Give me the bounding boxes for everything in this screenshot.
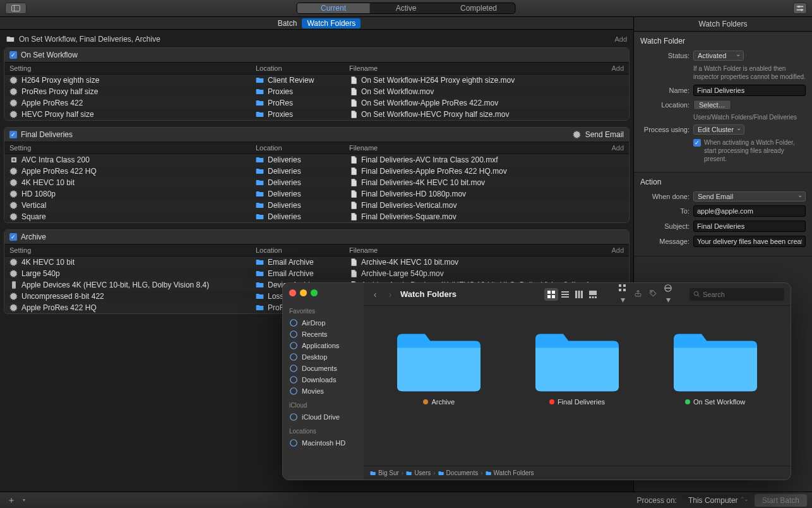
add-menu-chevron-icon[interactable]: ▾	[23, 497, 25, 503]
when-done-select[interactable]: Send Email	[693, 191, 806, 202]
folder-icon	[6, 35, 15, 44]
sidebar-item-macintosh-hd[interactable]: Macintosh HD	[287, 437, 360, 449]
name-field[interactable]	[693, 85, 806, 96]
group-enable-checkbox[interactable]	[9, 131, 17, 138]
status-label: Status:	[640, 52, 690, 59]
forward-button[interactable]: ›	[385, 289, 395, 299]
sidebar-item-airdrop[interactable]: AirDrop	[287, 317, 360, 329]
seg-completed[interactable]: Completed	[443, 3, 515, 13]
gallery-view-button[interactable]	[586, 288, 600, 301]
svg-rect-31	[619, 289, 621, 291]
setting-name: Large 540p	[21, 269, 60, 278]
group-enable-checkbox[interactable]	[9, 233, 17, 241]
path-segment[interactable]: Big Sur	[370, 469, 399, 476]
table-row[interactable]: 4K HEVC 10 bit Email Archive Archive-4K …	[4, 257, 629, 268]
path-segment[interactable]: Users	[406, 469, 431, 476]
breadcrumb-add-button[interactable]: Add	[614, 35, 627, 43]
table-row[interactable]: Apple ProRes 422 HQ Deliveries Final Del…	[4, 166, 629, 177]
finder-search[interactable]: Search	[690, 288, 784, 301]
folder-item[interactable]: Final Deliveries	[520, 324, 634, 406]
message-field[interactable]	[693, 236, 806, 247]
setting-name: Apple ProRes 422	[21, 99, 83, 107]
close-window-button[interactable]	[289, 289, 296, 296]
folder-icon	[406, 470, 412, 476]
finder-window[interactable]: Favorites AirDropRecentsApplicationsDesk…	[282, 282, 791, 480]
table-row[interactable]: AVC Intra Class 200 Deliveries Final Del…	[4, 154, 629, 166]
group-header[interactable]: Final Deliveries Send Email	[4, 128, 629, 142]
table-row[interactable]: ProRes Proxy half size Proxies On Set Wo…	[4, 86, 629, 97]
location-label: Location:	[640, 101, 690, 109]
process-on-select[interactable]: This Computer	[682, 495, 749, 506]
sidebar-item-applications[interactable]: Applications	[287, 340, 360, 351]
file-icon	[349, 269, 358, 278]
table-row[interactable]: 4K HEVC 10 bit Deliveries Final Deliveri…	[4, 177, 629, 188]
svg-rect-25	[589, 291, 597, 295]
view-mode-segmented[interactable]	[544, 288, 600, 301]
sidebar-item-documents[interactable]: Documents	[287, 363, 360, 374]
seg-current[interactable]: Current	[297, 3, 370, 13]
location-name: Client Review	[268, 76, 314, 85]
message-label: Message:	[640, 238, 690, 245]
add-row-button[interactable]: Add	[611, 246, 624, 254]
group-by-button[interactable]: ▾	[618, 284, 628, 305]
seg-active[interactable]: Active	[370, 3, 443, 13]
group-header[interactable]: Archive	[4, 230, 629, 245]
back-button[interactable]: ‹	[370, 289, 380, 299]
finder-body[interactable]: Archive Final Deliveries On Set Workflow	[364, 306, 791, 466]
minimize-window-button[interactable]	[300, 289, 307, 296]
table-row[interactable]: H264 Proxy eighth size Client Review On …	[4, 75, 629, 86]
sidebar-item-movies[interactable]: Movies	[287, 385, 360, 397]
icon-view-button[interactable]	[544, 288, 558, 301]
action-menu-button[interactable]: ▾	[663, 284, 673, 305]
sidebar-item-recents[interactable]: Recents	[287, 329, 360, 340]
inspector-toggle-button[interactable]	[793, 3, 807, 14]
finder-path-bar[interactable]: Big Sur› Users› Documents› Watch Folders	[364, 466, 791, 480]
list-view-button[interactable]	[558, 288, 572, 301]
setting-name: HD 1080p	[21, 190, 56, 198]
gear-icon[interactable]	[573, 130, 582, 139]
group-enable-checkbox[interactable]	[9, 51, 17, 59]
sidebar-item-desktop[interactable]: Desktop	[287, 351, 360, 363]
view-segmented-control[interactable]: Current Active Completed	[297, 3, 516, 14]
start-batch-button[interactable]: Start Batch	[755, 494, 807, 507]
sidebar-toggle-button[interactable]	[5, 3, 27, 14]
sidebar-item-downloads[interactable]: Downloads	[287, 374, 360, 385]
col-filename-header: FilenameAdd	[349, 64, 624, 72]
tags-button[interactable]	[648, 289, 658, 299]
table-row[interactable]: Large 540p Email Archive Archive-Large 5…	[4, 268, 629, 279]
status-select[interactable]: Activated	[693, 51, 744, 61]
share-button[interactable]	[633, 289, 643, 299]
file-icon	[349, 99, 358, 107]
table-row[interactable]: HEVC Proxy half size Proxies On Set Work…	[4, 109, 629, 120]
table-row[interactable]: Square Deliveries Final Deliveries-Squar…	[4, 211, 629, 222]
search-placeholder: Search	[703, 291, 725, 298]
location-select-button[interactable]: Select…	[693, 100, 731, 110]
process-using-select[interactable]: Edit Cluster	[693, 124, 744, 135]
file-icon	[349, 155, 358, 164]
folder-item[interactable]: On Set Workflow	[659, 324, 772, 406]
sidebar-item-icloud-drive[interactable]: iCloud Drive	[287, 411, 360, 423]
group-header[interactable]: On Set Workflow	[4, 48, 629, 63]
svg-point-34	[650, 291, 652, 292]
tab-watch-folders[interactable]: Watch Folders	[302, 18, 361, 28]
to-field[interactable]	[693, 205, 806, 217]
svg-point-4	[798, 6, 801, 8]
table-row[interactable]: Apple ProRes 422 ProRes On Set Workflow-…	[4, 97, 629, 109]
add-button[interactable]: ＋	[5, 495, 18, 505]
svg-rect-32	[623, 289, 626, 291]
setting-name: 4K HEVC 10 bit	[21, 178, 75, 187]
table-row[interactable]: Vertical Deliveries Final Deliveries-Ver…	[4, 200, 629, 211]
column-view-button[interactable]	[572, 288, 586, 301]
folder-item[interactable]: Archive	[382, 324, 496, 406]
table-row[interactable]: HD 1080p Deliveries Final Deliveries-HD …	[4, 188, 629, 200]
add-row-button[interactable]: Add	[611, 64, 624, 72]
zoom-window-button[interactable]	[311, 289, 318, 296]
svg-rect-30	[623, 284, 626, 287]
process-existing-checkbox[interactable]	[693, 139, 701, 147]
path-segment[interactable]: Documents	[438, 469, 479, 476]
tab-batch[interactable]: Batch	[273, 18, 302, 28]
subject-field[interactable]	[693, 221, 806, 232]
add-row-button[interactable]: Add	[611, 144, 624, 152]
location-name: Deliveries	[268, 155, 301, 164]
path-segment[interactable]: Watch Folders	[486, 469, 534, 476]
